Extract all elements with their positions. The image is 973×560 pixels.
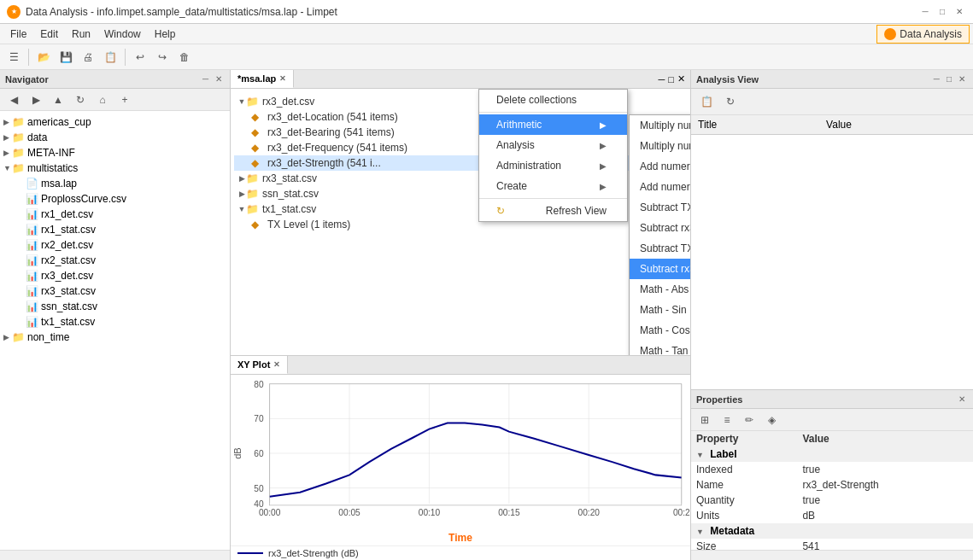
- tb-save[interactable]: 💾: [56, 47, 76, 67]
- label-rx3_loc: rx3_det-Location (541 items): [267, 111, 398, 123]
- menu-help[interactable]: Help: [148, 26, 183, 42]
- tab-msa-close[interactable]: ✕: [279, 74, 286, 83]
- tb-undo[interactable]: ↩: [130, 47, 150, 67]
- tab-xy-close[interactable]: ✕: [273, 360, 280, 369]
- analysis-tb-copy[interactable]: 📋: [696, 91, 717, 112]
- group-arrow-label[interactable]: ▼: [696, 451, 704, 459]
- nav-up[interactable]: ▲: [48, 90, 68, 110]
- sub-sub-rx-indexed[interactable]: Subtract rx3_det-Strength from TX Level(…: [630, 218, 690, 238]
- tb-delete[interactable]: 🗑: [174, 47, 195, 67]
- close-button[interactable]: ✕: [952, 5, 966, 19]
- navigator-close[interactable]: ✕: [213, 73, 225, 85]
- analysis-max[interactable]: □: [944, 73, 954, 85]
- navigator-tree[interactable]: ▶📁americas_cup▶📁data▶📁META-INF▼📁multista…: [0, 111, 230, 550]
- sub-add-indexed[interactable]: Add numeric values in provided series (i…: [630, 156, 690, 177]
- nav-tree-item[interactable]: 📊rx1_det.csv: [0, 207, 230, 222]
- group-metadata-text: Metadata: [710, 525, 754, 537]
- sub-sub-rx-interp[interactable]: Subtract rx3_det-Strength from TX Level(…: [630, 259, 690, 279]
- sub-math-abs[interactable]: Math - Abs: [630, 279, 690, 300]
- series-icon-loc: ◆: [251, 111, 265, 123]
- time-axis-label: Time: [231, 532, 690, 545]
- nav-home[interactable]: ⌂: [92, 90, 113, 110]
- nav-back[interactable]: ◀: [3, 90, 24, 110]
- menu-run[interactable]: Run: [65, 26, 97, 42]
- props-tb-4[interactable]: ◈: [761, 410, 782, 430]
- nav-tree-item[interactable]: 📊ssn_stat.csv: [0, 299, 230, 314]
- navigator-hscroll[interactable]: [0, 550, 230, 560]
- tab-msa[interactable]: *msa.lap ✕: [231, 70, 294, 88]
- nav-tree-item[interactable]: ▶📁non_time: [0, 330, 230, 345]
- nav-tree-item[interactable]: 📊ProplossCurve.csv: [0, 191, 230, 207]
- ctx-arithmetic[interactable]: Arithmetic ▶ Multiply numeric values in …: [479, 114, 627, 135]
- data-analysis-button[interactable]: Data Analysis: [876, 25, 970, 44]
- menu-file[interactable]: File: [3, 26, 33, 42]
- tb-folder-open[interactable]: 📂: [33, 47, 54, 67]
- file-tree-area[interactable]: ▼ 📁 rx3_det.csv ◆ rx3_det-Location (541 …: [231, 89, 690, 355]
- tb-redo[interactable]: ↪: [152, 47, 173, 67]
- navigator-minimize[interactable]: ─: [200, 73, 211, 85]
- tb-btn-1[interactable]: ☰: [3, 47, 24, 67]
- props-close[interactable]: ✕: [956, 394, 968, 405]
- context-menu: Delete collections Arithmetic ▶ Multiply…: [478, 89, 628, 222]
- ctx-administration[interactable]: Administration ▶: [479, 155, 627, 176]
- ctx-analysis[interactable]: Analysis ▶: [479, 135, 627, 155]
- analysis-header: Analysis View ─ □ ✕: [691, 70, 973, 89]
- maximize-button[interactable]: □: [935, 5, 949, 19]
- arrow-tx1[interactable]: ▼: [237, 205, 246, 213]
- arrow-ssn[interactable]: ▶: [237, 190, 246, 198]
- group-arrow-meta[interactable]: ▼: [696, 528, 704, 536]
- nav-tree-item[interactable]: 📊rx2_det.csv: [0, 237, 230, 253]
- tb-copy[interactable]: 📋: [100, 47, 120, 67]
- nav-tree-item[interactable]: 📊rx2_stat.csv: [0, 253, 230, 268]
- ctx-delete-label: Delete collections: [496, 94, 577, 106]
- ctx-sep-2: [479, 198, 627, 199]
- nav-forward[interactable]: ▶: [26, 90, 46, 110]
- sub-sub-tx-interp[interactable]: Subtract TX Level from rx3_det-Strength(…: [630, 238, 690, 259]
- nav-tree-item[interactable]: ▼📁multistatics: [0, 160, 230, 176]
- title-text: Data Analysis - info.limpet.sample_data/…: [26, 6, 918, 18]
- arrow-rx3_stat[interactable]: ▶: [237, 174, 246, 183]
- props-tb-2[interactable]: ≡: [717, 410, 737, 430]
- arrow-rx3_det[interactable]: ▼: [237, 97, 246, 106]
- group-label-text: Label: [710, 448, 736, 460]
- sub-math-cos[interactable]: Math - Cos: [630, 320, 690, 341]
- ctx-create-label: Create: [496, 180, 527, 192]
- sub-math-sin[interactable]: Math - Sin: [630, 300, 690, 320]
- ctx-create-arrow: ▶: [600, 182, 607, 191]
- xy-plot-panel: XY Plot ✕: [231, 355, 690, 560]
- nav-tree-item[interactable]: 📊rx1_stat.csv: [0, 222, 230, 237]
- nav-tree-item[interactable]: 📊rx3_stat.csv: [0, 283, 230, 299]
- analysis-tb-refresh[interactable]: ↻: [720, 91, 741, 112]
- nav-tree-item[interactable]: 📊tx1_stat.csv: [0, 314, 230, 330]
- ctx-create[interactable]: Create ▶: [479, 176, 627, 196]
- nav-tree-item[interactable]: ▶📁americas_cup: [0, 114, 230, 130]
- props-toolbar: ⊞ ≡ ✏ ◈: [691, 409, 973, 431]
- analysis-close[interactable]: ✕: [956, 73, 968, 85]
- nav-tree-item[interactable]: ▶📁data: [0, 130, 230, 145]
- tab-max[interactable]: □: [668, 74, 674, 85]
- ctx-delete[interactable]: Delete collections: [479, 90, 627, 110]
- nav-tree-item[interactable]: ▶📁META-INF: [0, 145, 230, 160]
- menu-window[interactable]: Window: [97, 26, 148, 42]
- tb-print[interactable]: 🖨: [78, 47, 98, 67]
- nav-tree-item[interactable]: 📄msa.lap: [0, 176, 230, 191]
- nav-tree-item[interactable]: 📊rx3_det.csv: [0, 268, 230, 283]
- nav-refresh[interactable]: ↻: [70, 90, 91, 110]
- plot-area: 80 70 60 50 40 dB 00:00 00:05 00:10 00:1…: [231, 375, 690, 532]
- ctx-refresh[interactable]: ↻ Refresh View: [479, 201, 627, 221]
- props-tb-1[interactable]: ⊞: [695, 410, 715, 430]
- sub-add-interp[interactable]: Add numeric values in provided series (i…: [630, 177, 690, 197]
- minimize-button[interactable]: ─: [918, 5, 932, 19]
- tab-min[interactable]: ─: [659, 74, 665, 85]
- nav-new[interactable]: +: [114, 90, 135, 110]
- analysis-minimize[interactable]: ─: [931, 73, 942, 85]
- menu-edit[interactable]: Edit: [33, 26, 65, 42]
- tab-xy[interactable]: XY Plot ✕: [231, 356, 288, 374]
- props-tb-3[interactable]: ✏: [739, 410, 759, 430]
- tab-close[interactable]: ✕: [677, 73, 685, 85]
- props-hscroll[interactable]: [691, 550, 973, 560]
- sub-mult-indexed[interactable]: Multiply numeric values in provided seri…: [630, 115, 690, 136]
- sub-math-tan[interactable]: Math - Tan: [630, 341, 690, 355]
- sub-mult-interp[interactable]: Multiply numeric values in provided seri…: [630, 136, 690, 156]
- sub-sub-tx-indexed[interactable]: Subtract TX Level from rx3_det-Strength(…: [630, 197, 690, 218]
